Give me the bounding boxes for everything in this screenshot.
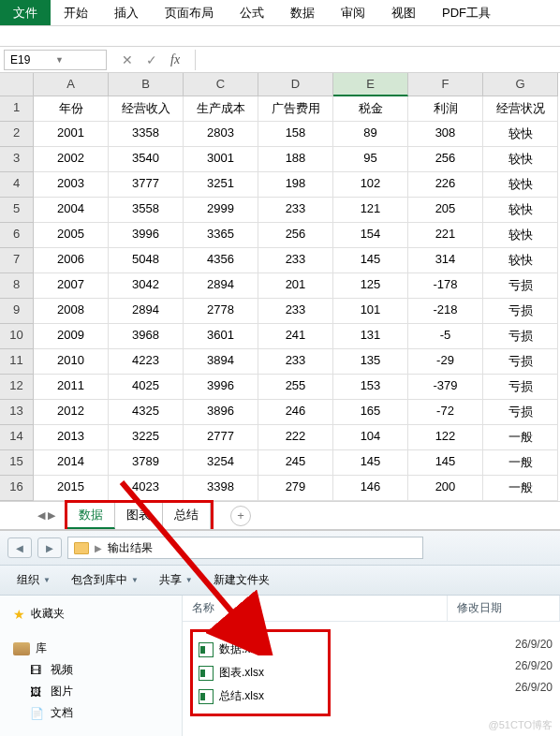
ribbon-tab-view[interactable]: 视图 (378, 0, 429, 25)
cell[interactable]: 3789 (109, 450, 184, 476)
cell[interactable]: 102 (333, 172, 408, 198)
cell[interactable]: 158 (258, 122, 333, 147)
cell[interactable]: 4025 (109, 375, 184, 400)
cell[interactable]: 2007 (34, 273, 109, 299)
cell[interactable]: 4356 (184, 248, 258, 273)
row-header[interactable]: 7 (0, 248, 34, 273)
sheet-tab-summary[interactable]: 总结 (163, 503, 211, 529)
nav-fwd-button[interactable]: ► (37, 537, 62, 558)
cell[interactable]: 广告费用 (258, 96, 333, 122)
cell[interactable]: 131 (333, 324, 408, 349)
cell[interactable]: 亏损 (483, 375, 558, 400)
cell[interactable]: 3896 (184, 400, 258, 425)
organize-button[interactable]: 组织▼ (7, 569, 60, 591)
cell[interactable]: 2004 (34, 198, 109, 223)
cell[interactable]: 2999 (184, 198, 258, 223)
cell[interactable]: 145 (408, 450, 483, 476)
cell[interactable]: -379 (408, 375, 483, 400)
cell[interactable]: 256 (408, 147, 483, 172)
cell[interactable]: 226 (408, 172, 483, 198)
add-sheet-button[interactable]: + (230, 506, 251, 526)
cell[interactable]: 205 (408, 198, 483, 223)
cell[interactable]: 165 (333, 400, 408, 425)
file-item[interactable]: 数据.xlsx (197, 638, 324, 661)
name-box-dropdown-icon[interactable]: ▼ (55, 55, 100, 65)
cell[interactable]: 145 (333, 248, 408, 273)
cell[interactable]: 122 (408, 425, 483, 450)
cell[interactable]: 年份 (34, 96, 109, 122)
col-name[interactable]: 名称 (183, 596, 448, 621)
cell[interactable]: -178 (408, 273, 483, 299)
cell[interactable]: 145 (333, 450, 408, 476)
cell[interactable]: 121 (333, 198, 408, 223)
include-lib-button[interactable]: 包含到库中▼ (62, 569, 148, 591)
cell[interactable]: 较快 (483, 147, 558, 172)
cell[interactable]: 3358 (109, 122, 184, 147)
cell[interactable]: 2011 (34, 375, 109, 400)
file-item[interactable]: 图表.xlsx (197, 661, 324, 684)
cell[interactable]: 利润 (408, 96, 483, 122)
row-header[interactable]: 13 (0, 400, 34, 425)
cell[interactable]: 246 (258, 400, 333, 425)
cell[interactable]: 3996 (109, 223, 184, 248)
address-bar[interactable]: ▶ 输出结果 (67, 537, 423, 559)
cell[interactable]: 4325 (109, 400, 184, 425)
cell[interactable]: 生产成本 (184, 96, 258, 122)
ribbon-tab-home[interactable]: 开始 (51, 0, 101, 25)
cell[interactable]: 279 (258, 476, 333, 501)
new-folder-button[interactable]: 新建文件夹 (204, 569, 279, 591)
row-header[interactable]: 14 (0, 425, 34, 450)
cell[interactable]: 4223 (109, 349, 184, 375)
cell[interactable]: 较快 (483, 223, 558, 248)
cell[interactable]: 245 (258, 450, 333, 476)
col-header[interactable]: F (408, 73, 483, 96)
ribbon-tab-file[interactable]: 文件 (0, 0, 51, 25)
sheet-nav-arrows[interactable]: ◀ ▶ (37, 509, 65, 522)
row-header[interactable]: 2 (0, 122, 34, 147)
cell[interactable]: 2006 (34, 248, 109, 273)
col-header[interactable]: G (483, 73, 558, 96)
cell[interactable]: 233 (258, 198, 333, 223)
nav-documents[interactable]: 📄 文档 (6, 702, 176, 724)
cell[interactable]: 125 (333, 273, 408, 299)
row-header[interactable]: 10 (0, 324, 34, 349)
row-header[interactable]: 6 (0, 223, 34, 248)
cell[interactable]: 亏损 (483, 299, 558, 324)
nav-back-button[interactable]: ◄ (7, 537, 32, 558)
cell[interactable]: 314 (408, 248, 483, 273)
col-header[interactable]: E (333, 73, 408, 96)
cell[interactable]: 亏损 (483, 349, 558, 375)
cell[interactable]: 256 (258, 223, 333, 248)
row-header[interactable]: 8 (0, 273, 34, 299)
cell[interactable]: 2012 (34, 400, 109, 425)
col-date[interactable]: 修改日期 (448, 596, 560, 621)
row-header[interactable]: 5 (0, 198, 34, 223)
row-header[interactable]: 12 (0, 375, 34, 400)
nav-favorites[interactable]: ★ 收藏夹 (6, 603, 176, 625)
sheet-tab-data[interactable]: 数据 (67, 503, 115, 529)
cell[interactable]: 135 (333, 349, 408, 375)
row-header[interactable]: 1 (0, 96, 34, 122)
cell[interactable]: 3558 (109, 198, 184, 223)
cell[interactable]: 较快 (483, 248, 558, 273)
cell[interactable]: 亏损 (483, 324, 558, 349)
cell[interactable]: 2894 (184, 273, 258, 299)
ribbon-tab-data[interactable]: 数据 (277, 0, 328, 25)
select-all-corner[interactable] (0, 73, 34, 96)
ribbon-tab-formula[interactable]: 公式 (227, 0, 277, 25)
cell[interactable]: 308 (408, 122, 483, 147)
cell[interactable]: 3894 (184, 349, 258, 375)
cell[interactable]: 3251 (184, 172, 258, 198)
cell[interactable]: 2010 (34, 349, 109, 375)
nav-video[interactable]: 🎞 视频 (6, 659, 176, 681)
ribbon-tab-pdf[interactable]: PDF工具 (429, 0, 504, 25)
cell[interactable]: 2014 (34, 450, 109, 476)
cell[interactable]: 201 (258, 273, 333, 299)
row-header[interactable]: 11 (0, 349, 34, 375)
cell[interactable]: 经营收入 (109, 96, 184, 122)
cell[interactable]: 2777 (184, 425, 258, 450)
cell[interactable]: 233 (258, 248, 333, 273)
cell[interactable]: 3398 (184, 476, 258, 501)
cell[interactable]: 2003 (34, 172, 109, 198)
cell[interactable]: 2002 (34, 147, 109, 172)
